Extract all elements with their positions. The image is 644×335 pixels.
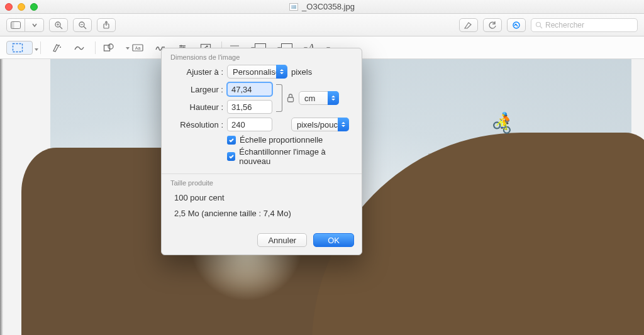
svg-point-15 — [60, 47, 61, 48]
highlight-button[interactable] — [459, 18, 478, 32]
svg-text:Aa: Aa — [135, 46, 141, 50]
fit-into-select[interactable]: Personnalisé — [227, 65, 287, 79]
chevron-updown-icon — [328, 91, 339, 105]
fit-into-label: Ajuster à : — [170, 67, 223, 77]
chevron-updown-icon — [276, 65, 287, 79]
window-title: _O3C0358.jpg — [0, 2, 644, 11]
chevron-updown-icon — [338, 118, 349, 131]
svg-point-17 — [108, 44, 113, 49]
adjust-size-dialog: Dimensions de l'image Ajuster à : Person… — [161, 48, 362, 255]
resolution-input[interactable] — [227, 118, 272, 131]
search-field[interactable]: Rechercher — [531, 18, 638, 32]
zoom-in-button[interactable] — [49, 18, 68, 32]
sketch-tool[interactable] — [71, 40, 87, 55]
fit-unit-label: pixels — [291, 67, 312, 77]
svg-line-3 — [60, 26, 62, 29]
scale-proportionally-checkbox[interactable]: Échelle proportionnelle — [227, 135, 353, 145]
lock-icon — [286, 93, 295, 103]
zoom-out-button[interactable] — [73, 18, 92, 32]
text-tool[interactable]: Aa — [130, 40, 146, 55]
width-input[interactable] — [227, 82, 272, 96]
window-toolbar: Rechercher — [0, 14, 644, 36]
svg-line-7 — [84, 26, 86, 29]
document-proxy-icon[interactable] — [289, 3, 298, 11]
svg-rect-13 — [13, 43, 23, 52]
height-input[interactable] — [227, 100, 272, 114]
instant-alpha-tool[interactable] — [48, 40, 65, 55]
cancel-button[interactable]: Annuler — [257, 233, 307, 247]
markup-button[interactable] — [507, 18, 526, 32]
selection-tool[interactable] — [6, 41, 33, 55]
window-filename: _O3C0358.jpg — [302, 2, 355, 11]
width-label: Largeur : — [170, 85, 223, 94]
resulting-size-section-title: Taille produite — [170, 179, 353, 187]
filesize-text: 2,5 Mo (ancienne taille : 7,4 Mo) — [174, 209, 353, 218]
window-titlebar: _O3C0358.jpg — [0, 0, 644, 14]
dimension-unit-select[interactable]: cm — [299, 91, 339, 105]
checkmark-icon — [227, 136, 236, 145]
svg-point-20 — [180, 45, 182, 47]
sidebar-toggle-button[interactable] — [6, 18, 25, 32]
checkmark-icon — [227, 152, 235, 161]
resolution-unit-select[interactable]: pixels/pouce — [291, 118, 349, 131]
resample-image-checkbox[interactable]: Échantillonner l'image à nouveau — [227, 147, 353, 166]
search-icon — [535, 21, 543, 29]
dimension-bracket — [276, 84, 282, 112]
svg-point-11 — [536, 22, 541, 26]
percent-text: 100 pour cent — [174, 193, 353, 202]
dimensions-section-title: Dimensions de l'image — [170, 53, 353, 61]
svg-point-14 — [58, 45, 60, 46]
share-button[interactable] — [97, 18, 116, 32]
shapes-tool[interactable] — [103, 40, 123, 55]
rotate-button[interactable] — [483, 18, 502, 32]
svg-rect-1 — [11, 21, 14, 28]
svg-rect-27 — [288, 97, 294, 102]
height-label: Hauteur : — [170, 102, 223, 112]
svg-line-12 — [540, 26, 542, 28]
search-placeholder: Rechercher — [545, 21, 584, 30]
resolution-label: Résolution : — [170, 120, 223, 129]
ok-button[interactable]: OK — [313, 233, 354, 247]
sidebar-menu-button[interactable] — [25, 18, 44, 32]
